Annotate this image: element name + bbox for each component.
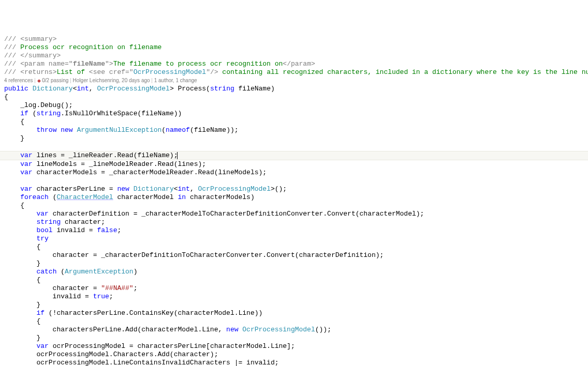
brace: }	[4, 334, 40, 342]
text-cursor	[177, 152, 178, 159]
code-line: _log.Debug();	[4, 101, 73, 109]
code-line: var ocrProcessingModel = charactersPerLi…	[4, 342, 295, 350]
code-line: charactersPerLine.Add(characterModel.Lin…	[4, 326, 331, 333]
code-line: ocrProcessingModel.Characters.Add(charac…	[4, 350, 218, 358]
xml-doc-line: /// <summary>	[4, 35, 56, 43]
xml-doc-line: /// </summary>	[4, 52, 61, 59]
code-line: character = _characterDefinitionToCharac…	[4, 251, 384, 259]
code-line: catch (ArgumentException)	[4, 268, 137, 276]
brace: {	[4, 317, 40, 325]
code-line: try	[4, 235, 49, 242]
codelens-refs[interactable]: 4 references	[4, 78, 33, 83]
code-line: var lineModels = _lineModelReader.Read(l…	[4, 160, 206, 168]
code-line: if (!charactersPerLine.ContainsKey(chara…	[4, 309, 262, 317]
code-line: var characterModels = _characterModelRea…	[4, 169, 267, 176]
code-editor[interactable]: /// <summary> /// Process ocr recognitio…	[4, 35, 584, 366]
brace: }	[4, 260, 40, 267]
brace: {	[4, 118, 24, 126]
code-line: character = "##NA##";	[4, 284, 137, 292]
code-line: string character;	[4, 218, 105, 226]
blank-line	[4, 177, 8, 185]
code-line: var characterDefinition = _characterMode…	[4, 210, 424, 218]
codelens-bar[interactable]: 4 references | ◆ 0/2 passing | Holger Le…	[4, 78, 197, 83]
brace: {	[4, 243, 40, 251]
test-fail-icon: ◆	[37, 78, 42, 83]
codelens-author[interactable]: Holger Leichsenring, 20 days ago	[73, 78, 150, 83]
xml-doc-line: /// <param name="fileName">The filename …	[4, 60, 315, 68]
brace: {	[4, 276, 40, 284]
current-line: var lines = _lineReader.Read(fileName);	[0, 151, 588, 160]
code-line: var charactersPerLine = new Dictionary<i…	[4, 185, 287, 193]
code-line: bool invalid = false;	[4, 226, 121, 234]
xml-doc-line: /// <returns>List of <see cref="OcrProce…	[4, 68, 588, 76]
blank-line	[4, 143, 8, 150]
brace: }	[4, 301, 40, 309]
brace: {	[4, 93, 8, 101]
code-line: throw new ArgumentNullException(nameof(f…	[4, 126, 239, 134]
brace: }	[4, 134, 24, 142]
method-signature: public Dictionary<int, OcrProcessingMode…	[4, 85, 275, 93]
codelens-tests[interactable]: 0/2 passing	[42, 78, 68, 83]
brace: {	[4, 202, 24, 209]
code-line: ocrProcessingModel.LineContainsInvalidCh…	[4, 359, 279, 366]
code-line: invalid = true;	[4, 293, 113, 300]
xml-doc-line: /// Process ocr recognition on filename	[4, 43, 161, 51]
code-line: if (string.IsNullOrWhiteSpace(fileName))	[4, 110, 182, 117]
codelens-authors[interactable]: 1 author, 1 change	[154, 78, 197, 83]
code-line: foreach (CharacterModel characterModel i…	[4, 193, 255, 201]
